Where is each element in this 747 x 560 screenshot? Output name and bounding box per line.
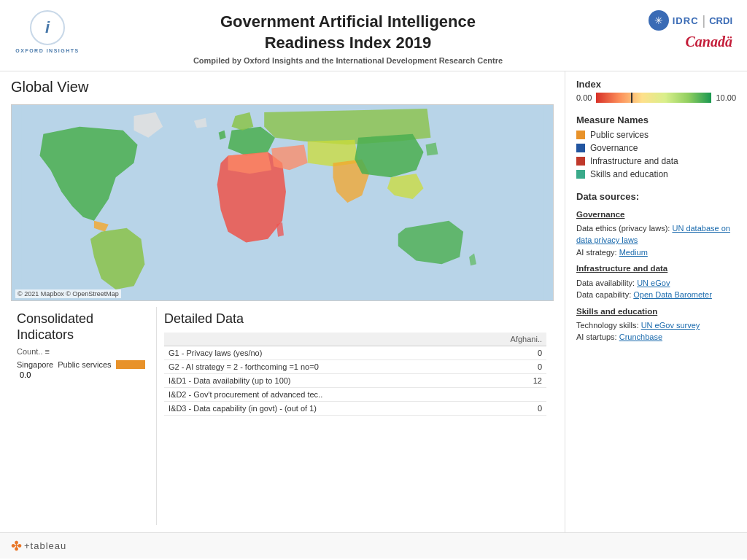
- footer: ✤ +tableau: [0, 532, 747, 559]
- measure-names-section: Measure Names Public servicesGovernanceI…: [576, 114, 736, 179]
- measure-label: Skills and education: [590, 169, 668, 179]
- index-tick: [631, 93, 632, 103]
- table-row: I&D3 - Data capability (in govt) - (out …: [164, 402, 546, 416]
- list-item: Skills and education: [576, 169, 736, 179]
- list-item: Infrastructure and data: [576, 156, 736, 166]
- tableau-text: +tableau: [24, 540, 66, 551]
- measure-color-swatch: [576, 131, 585, 139]
- ds-item: Technology skills: UN eGov survey: [576, 319, 736, 332]
- measure-items: Public servicesGovernanceInfrastructure …: [576, 130, 736, 179]
- bottom-panels: ConsolidatedIndicators Count.. ≡ Singapo…: [11, 307, 554, 525]
- orange-bar: [116, 360, 145, 369]
- index-min: 0.00: [576, 93, 592, 102]
- data-sources-content: GovernanceData ethics (privacy laws): UN…: [576, 209, 736, 343]
- row-label-cell: I&D2 - Gov't procurement of advanced tec…: [164, 388, 471, 402]
- ds-link[interactable]: Open Data Barometer: [633, 290, 712, 299]
- row-label: Singapore: [17, 360, 53, 369]
- ds-category-label: Infrastructure and data: [576, 262, 736, 275]
- ds-item: AI startups: Crunchbase: [576, 331, 736, 343]
- measure-color-swatch: [576, 157, 585, 166]
- detailed-panel: Detailed Data Afghani.. G1 - Privacy law…: [157, 307, 554, 525]
- ds-category-label: Skills and education: [576, 306, 736, 318]
- tableau-icon: ✤: [11, 538, 22, 554]
- data-sources-section: Data sources: GovernanceData ethics (pri…: [576, 190, 736, 343]
- partner-logos: ✳ IDRC | CRDI Canadä: [616, 10, 732, 50]
- title-block: Government Artificial Intelligence Readi…: [80, 10, 616, 65]
- tableau-logo: ✤ +tableau: [11, 538, 66, 554]
- logo-letter: i: [45, 18, 50, 37]
- ds-link[interactable]: UN eGov: [637, 279, 670, 287]
- ds-category-label: Governance: [576, 209, 736, 221]
- data-sources-title: Data sources:: [576, 190, 736, 204]
- row-label-cell: G2 - AI strategy = 2 - forthcoming =1 no…: [164, 360, 471, 374]
- row-value-cell: 0: [471, 346, 546, 360]
- row-value-cell: 12: [471, 374, 546, 388]
- row-value-cell: 0: [471, 402, 546, 416]
- map-copyright: © 2021 Mapbox © OpenStreetMap: [15, 289, 121, 298]
- table-row: I&D2 - Gov't procurement of advanced tec…: [164, 388, 546, 402]
- logo-circle: i: [30, 10, 65, 45]
- table-row: I&D1 - Data availability (up to 100)12: [164, 374, 546, 388]
- world-map[interactable]: © 2021 Mapbox © OpenStreetMap: [11, 104, 554, 301]
- index-color-bar: [596, 93, 711, 103]
- detail-table: Afghani.. G1 - Privacy laws (yes/no)0G2 …: [164, 332, 546, 416]
- logo-separator: |: [703, 13, 706, 28]
- page-header: i OXFORD INSIGHTS Government Artificial …: [0, 0, 747, 71]
- measure-label: Public services: [590, 130, 649, 140]
- row-value: 0.0: [17, 370, 150, 379]
- left-panel: Global View: [0, 71, 565, 532]
- row-value-cell: 0: [471, 360, 546, 374]
- detail-country-header: Afghani..: [471, 332, 546, 346]
- ds-item: AI strategy: Medium: [576, 246, 736, 259]
- list-item: Governance: [576, 143, 736, 153]
- index-section: Index 0.00 10.00: [576, 79, 736, 103]
- list-item: Public services: [576, 130, 736, 140]
- oxford-insights-logo: i OXFORD INSIGHTS: [15, 10, 80, 53]
- detailed-title: Detailed Data: [164, 311, 546, 327]
- ds-link[interactable]: UN database on data privacy laws: [576, 224, 730, 245]
- subtitle: Compiled by Oxford Insights and the Inte…: [80, 56, 616, 65]
- idrc-logo: ✳ IDRC | CRDI: [649, 10, 732, 31]
- measure-color-swatch: [576, 144, 585, 152]
- index-max: 10.00: [716, 93, 736, 102]
- global-view-title: Global View: [11, 79, 554, 96]
- ds-item: Data capability: Open Data Barometer: [576, 289, 736, 301]
- measure-names-title: Measure Names: [576, 114, 736, 125]
- row-label-cell: I&D1 - Data availability (up to 100): [164, 374, 471, 388]
- consolidated-row: Singapore Public services: [17, 360, 150, 369]
- row-label-cell: G1 - Privacy laws (yes/no): [164, 346, 471, 360]
- main-title: Government Artificial Intelligence Readi…: [80, 12, 616, 53]
- table-row: G2 - AI strategy = 2 - forthcoming =1 no…: [164, 360, 546, 374]
- index-title: Index: [576, 79, 736, 90]
- ds-link[interactable]: Crunchbase: [619, 332, 662, 341]
- ds-link[interactable]: Medium: [619, 248, 648, 257]
- measure-label: Governance: [590, 143, 638, 153]
- row-category: Public services: [58, 360, 111, 369]
- row-label-cell: I&D3 - Data capability (in govt) - (out …: [164, 402, 471, 416]
- logo-org-text: OXFORD INSIGHTS: [15, 48, 79, 53]
- ds-item: Data availability: UN eGov: [576, 277, 736, 289]
- measure-label: Infrastructure and data: [590, 156, 678, 166]
- filter-row[interactable]: Count.. ≡: [17, 347, 150, 356]
- consolidated-panel: ConsolidatedIndicators Count.. ≡ Singapo…: [11, 307, 157, 525]
- right-panel: Index 0.00 10.00 Measure Names Public se…: [565, 71, 747, 532]
- canada-logo: Canadä: [686, 34, 732, 50]
- measure-color-swatch: [576, 170, 585, 179]
- filter-label: Count.. ≡: [17, 347, 50, 356]
- table-row: G1 - Privacy laws (yes/no)0: [164, 346, 546, 360]
- ds-item: Data ethics (privacy laws): UN database …: [576, 222, 736, 246]
- main-content: Global View: [0, 71, 747, 532]
- consolidated-title: ConsolidatedIndicators: [17, 311, 150, 343]
- idrc-snowflake-icon: ✳: [649, 10, 669, 31]
- detail-label-header: [164, 332, 471, 346]
- ds-link[interactable]: UN eGov survey: [641, 321, 700, 330]
- index-bar-row: 0.00 10.00: [576, 93, 736, 103]
- crdi-text: CRDI: [709, 15, 732, 26]
- idrc-text: IDRC: [673, 15, 699, 26]
- row-value-cell: [471, 388, 546, 402]
